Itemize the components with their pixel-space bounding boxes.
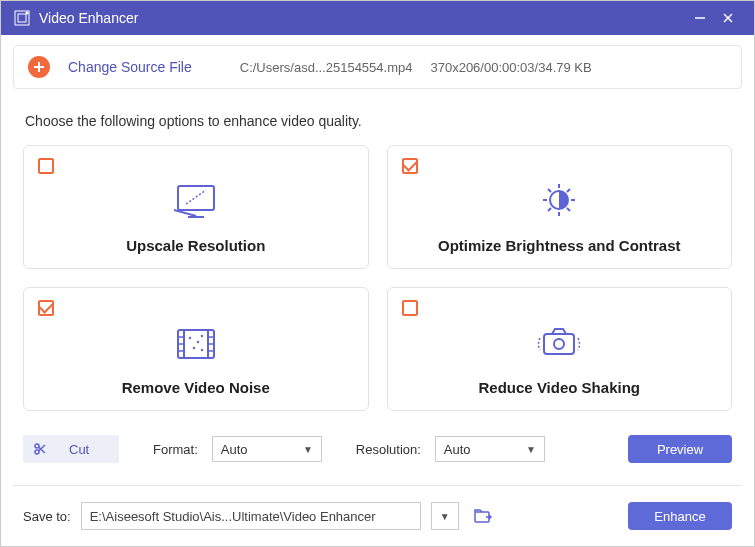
- svg-point-30: [189, 337, 191, 339]
- svg-point-36: [554, 339, 564, 349]
- resolution-label: Resolution:: [356, 442, 421, 457]
- caret-down-icon: ▼: [303, 444, 313, 455]
- resolution-select[interactable]: Auto ▼: [435, 436, 545, 462]
- options-grid: Upscale Resolution Optimize Brightness a…: [23, 145, 732, 411]
- preview-button[interactable]: Preview: [628, 435, 732, 463]
- close-button[interactable]: [714, 4, 742, 32]
- save-path-dropdown[interactable]: ▼: [431, 502, 459, 530]
- resolution-value: Auto: [444, 442, 471, 457]
- svg-line-18: [567, 208, 570, 211]
- app-logo-icon: [13, 9, 31, 27]
- window-title: Video Enhancer: [39, 10, 686, 26]
- enhance-button[interactable]: Enhance: [628, 502, 732, 530]
- film-icon: [172, 326, 220, 365]
- enhance-label: Enhance: [654, 509, 705, 524]
- add-file-button[interactable]: [28, 56, 50, 78]
- svg-line-19: [567, 189, 570, 192]
- format-value: Auto: [221, 442, 248, 457]
- save-to-label: Save to:: [23, 509, 71, 524]
- svg-rect-8: [178, 186, 214, 210]
- checkbox-noise[interactable]: [38, 300, 54, 316]
- checkbox-brightness[interactable]: [402, 158, 418, 174]
- save-path-text: E:\Aiseesoft Studio\Ais...Ultimate\Video…: [90, 509, 376, 524]
- svg-line-17: [548, 189, 551, 192]
- format-label: Format:: [153, 442, 198, 457]
- option-title: Remove Video Noise: [122, 379, 270, 396]
- titlebar: Video Enhancer: [1, 1, 754, 35]
- svg-rect-1: [18, 14, 26, 22]
- option-brightness-contrast[interactable]: Optimize Brightness and Contrast: [387, 145, 733, 269]
- cut-button[interactable]: Cut: [23, 435, 119, 463]
- save-row: Save to: E:\Aiseesoft Studio\Ais...Ultim…: [23, 502, 732, 530]
- svg-line-20: [548, 208, 551, 211]
- option-title: Upscale Resolution: [126, 237, 265, 254]
- option-remove-noise[interactable]: Remove Video Noise: [23, 287, 369, 411]
- camera-icon: [534, 322, 584, 365]
- option-title: Reduce Video Shaking: [479, 379, 640, 396]
- source-file-meta: 370x206/00:00:03/34.79 KB: [430, 60, 591, 75]
- svg-rect-35: [544, 334, 574, 354]
- folder-open-icon: [474, 508, 492, 524]
- change-source-link[interactable]: Change Source File: [68, 59, 192, 75]
- controls-row: Cut Format: Auto ▼ Resolution: Auto ▼ Pr…: [23, 435, 732, 463]
- scissors-icon: [33, 442, 47, 456]
- monitor-icon: [174, 184, 218, 223]
- svg-point-34: [201, 335, 203, 337]
- option-upscale-resolution[interactable]: Upscale Resolution: [23, 145, 369, 269]
- checkbox-upscale[interactable]: [38, 158, 54, 174]
- source-file-path: C:/Users/asd...25154554.mp4: [240, 60, 413, 75]
- svg-point-32: [193, 347, 195, 349]
- svg-line-11: [186, 190, 206, 204]
- svg-point-2: [26, 12, 29, 15]
- source-file-row: Change Source File C:/Users/asd...251545…: [13, 45, 742, 89]
- svg-point-33: [201, 349, 203, 351]
- plus-icon: [33, 61, 45, 73]
- option-title: Optimize Brightness and Contrast: [438, 237, 681, 254]
- format-select[interactable]: Auto ▼: [212, 436, 322, 462]
- save-path-input[interactable]: E:\Aiseesoft Studio\Ais...Ultimate\Video…: [81, 502, 421, 530]
- app-window: Video Enhancer Change Source File C:/Use…: [0, 0, 755, 547]
- preview-label: Preview: [657, 442, 703, 457]
- brightness-icon: [537, 180, 581, 223]
- caret-down-icon: ▼: [526, 444, 536, 455]
- caret-down-icon: ▼: [440, 511, 450, 522]
- cut-label: Cut: [69, 442, 89, 457]
- minimize-button[interactable]: [686, 4, 714, 32]
- instruction-text: Choose the following options to enhance …: [25, 113, 730, 129]
- checkbox-shaking[interactable]: [402, 300, 418, 316]
- svg-point-31: [197, 341, 199, 343]
- option-reduce-shaking[interactable]: Reduce Video Shaking: [387, 287, 733, 411]
- browse-folder-button[interactable]: [469, 502, 497, 530]
- divider: [13, 485, 742, 486]
